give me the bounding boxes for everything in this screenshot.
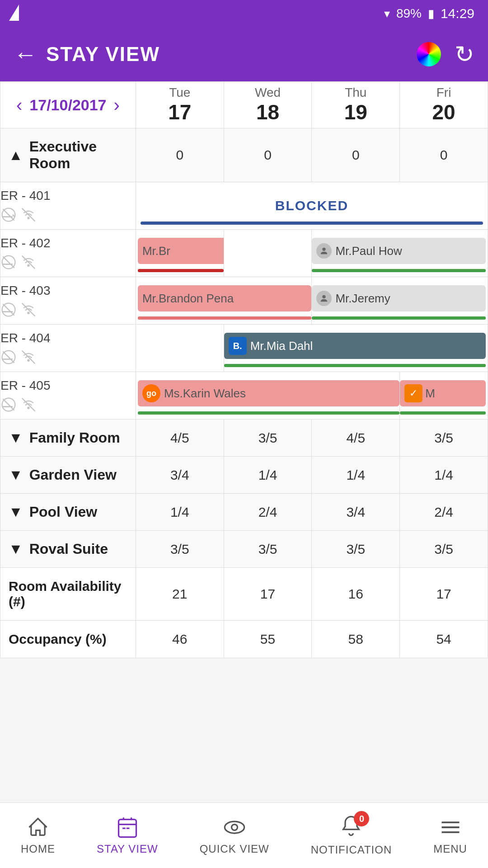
top-bar-actions: ↻ <box>417 41 474 68</box>
nav-quick-view[interactable]: QUICK VIEW <box>191 811 278 860</box>
bottom-navigation: HOME STAY VIEW QUICK VIEW 0 NOTIFICATION <box>0 802 488 868</box>
booking-source-icon-405: go <box>142 384 160 402</box>
room-availability-row: Room Availability (#) 21 17 16 17 <box>0 568 488 621</box>
er405-underline <box>138 411 399 415</box>
top-bar: ← STAY VIEW ↻ <box>0 27 488 81</box>
category-label-cell-pool: ▼ Pool View <box>0 494 136 531</box>
battery-icon: ▮ <box>428 7 434 21</box>
category-label-cell-roval: ▼ Roval Suite <box>0 531 136 568</box>
er403-guest-thu: Mr.Jeremy <box>335 292 390 306</box>
er402-thu-fri[interactable]: Mr.Paul How <box>312 230 488 277</box>
no-smoke-icon <box>0 207 17 223</box>
er403-tue-wed[interactable]: Mr.Brandon Pena <box>136 277 312 325</box>
room-icons <box>0 207 136 223</box>
occupancy-row: Occupancy (%) 46 55 58 54 <box>0 621 488 658</box>
day-number-1: 18 <box>226 100 310 124</box>
day-number-3: 20 <box>402 100 486 124</box>
svg-point-15 <box>27 312 29 314</box>
room-row-er404: ER - 404 <box>0 325 488 372</box>
category-name-roval: Roval Suite <box>29 541 108 557</box>
category-executive-room[interactable]: ▲ Executive Room 0 0 0 0 <box>0 128 488 182</box>
er404-wed-fri[interactable]: B. Mr.Mia Dahl <box>224 325 488 372</box>
status-bar: ▾ 89% ▮ 14:29 <box>0 0 488 27</box>
signal-indicator <box>9 5 19 21</box>
er403-thu-fri[interactable]: Mr.Jeremy <box>312 277 488 325</box>
prev-date-button[interactable]: ‹ <box>16 95 22 115</box>
back-button[interactable]: ← <box>14 41 37 68</box>
nav-home-label: HOME <box>21 843 55 855</box>
page-title: STAY VIEW <box>46 43 417 66</box>
occupancy-tue: 46 <box>136 621 224 658</box>
nav-menu-label: MENU <box>433 843 467 855</box>
svg-line-22 <box>22 351 35 364</box>
stay-view-icon <box>116 816 139 839</box>
er403-underline-tue <box>138 316 312 320</box>
current-date[interactable]: 17/10/2017 <box>29 96 106 114</box>
svg-point-11 <box>323 248 326 251</box>
nav-menu[interactable]: MENU <box>424 811 476 860</box>
room-row-er401: ER - 401 <box>0 182 488 230</box>
garden-count-wed: 1/4 <box>224 457 312 494</box>
nav-notification[interactable]: 0 NOTIFICATION <box>302 810 401 861</box>
er405-tue-thu[interactable]: go Ms.Karin Wales <box>136 372 399 420</box>
notification-wrapper: 0 <box>339 815 363 840</box>
day-header-tue: Tue 17 <box>136 82 224 128</box>
svg-line-20 <box>3 351 14 363</box>
garden-count-tue: 3/4 <box>136 457 224 494</box>
occupancy-thu: 58 <box>312 621 400 658</box>
chevron-down-icon: ▼ <box>9 429 23 446</box>
roval-count-fri: 3/5 <box>400 531 488 568</box>
er402-tue[interactable]: Mr.Br <box>136 230 224 277</box>
occupancy-wed: 55 <box>224 621 312 658</box>
category-garden-view[interactable]: ▼ Garden View 3/4 1/4 1/4 1/4 <box>0 457 488 494</box>
day-name-2: Thu <box>314 85 398 100</box>
chevron-down-icon-garden: ▼ <box>9 467 23 483</box>
category-pool-view[interactable]: ▼ Pool View 1/4 2/4 3/4 2/4 <box>0 494 488 531</box>
avatar-icon-402 <box>316 243 332 259</box>
family-count-wed: 3/5 <box>224 420 312 457</box>
svg-line-25 <box>3 399 14 410</box>
refresh-icon[interactable]: ↻ <box>455 41 474 68</box>
er404-tue <box>136 325 224 372</box>
color-palette-icon[interactable] <box>417 42 441 66</box>
day-header-fri: Fri 20 <box>400 82 488 128</box>
svg-point-17 <box>323 295 326 298</box>
garden-count-fri: 1/4 <box>400 457 488 494</box>
day-header-thu: Thu 19 <box>312 82 400 128</box>
room-avail-fri: 17 <box>400 568 488 621</box>
no-smoke-icon-404 <box>0 349 17 365</box>
roval-count-wed: 3/5 <box>224 531 312 568</box>
er405-guest: Ms.Karin Wales <box>164 387 246 401</box>
svg-point-4 <box>27 217 29 219</box>
no-smoke-icon-405 <box>0 396 17 413</box>
pool-count-fri: 2/4 <box>400 494 488 531</box>
blocked-underline <box>141 222 483 225</box>
er402-wed <box>224 230 312 277</box>
family-count-thu: 4/5 <box>312 420 400 457</box>
no-smoke-icon-403 <box>0 302 17 318</box>
next-date-button[interactable]: › <box>114 95 120 115</box>
room-label-er405: ER - 405 <box>0 372 136 420</box>
er401-blocked-cell[interactable]: BLOCKED <box>136 182 488 230</box>
chevron-up-icon: ▲ <box>9 147 23 164</box>
booking-source-icon-404: B. <box>229 337 247 355</box>
er405-underline-fri <box>400 411 486 415</box>
category-label-cell-family: ▼ Family Room <box>0 420 136 457</box>
nav-home[interactable]: HOME <box>12 811 64 860</box>
date-navigation: ‹ 17/10/2017 › <box>0 82 136 128</box>
category-family-room[interactable]: ▼ Family Room 4/5 3/5 4/5 3/5 <box>0 420 488 457</box>
home-icon <box>26 816 50 839</box>
er402-underline-tue <box>138 269 224 272</box>
nav-stay-view[interactable]: STAY VIEW <box>88 811 167 860</box>
menu-icon <box>439 816 462 839</box>
occupancy-fri: 54 <box>400 621 488 658</box>
svg-point-9 <box>27 264 29 267</box>
chevron-down-icon-roval: ▼ <box>9 541 23 557</box>
room-label-er403: ER - 403 <box>0 277 136 325</box>
category-roval-suite[interactable]: ▼ Roval Suite 3/5 3/5 3/5 3/5 <box>0 531 488 568</box>
svg-point-26 <box>27 407 29 409</box>
er405-fri[interactable]: ✓ M <box>400 372 488 420</box>
category-label-cell-garden: ▼ Garden View <box>0 457 136 494</box>
nav-stay-view-label: STAY VIEW <box>97 843 158 855</box>
svg-line-10 <box>22 256 35 269</box>
